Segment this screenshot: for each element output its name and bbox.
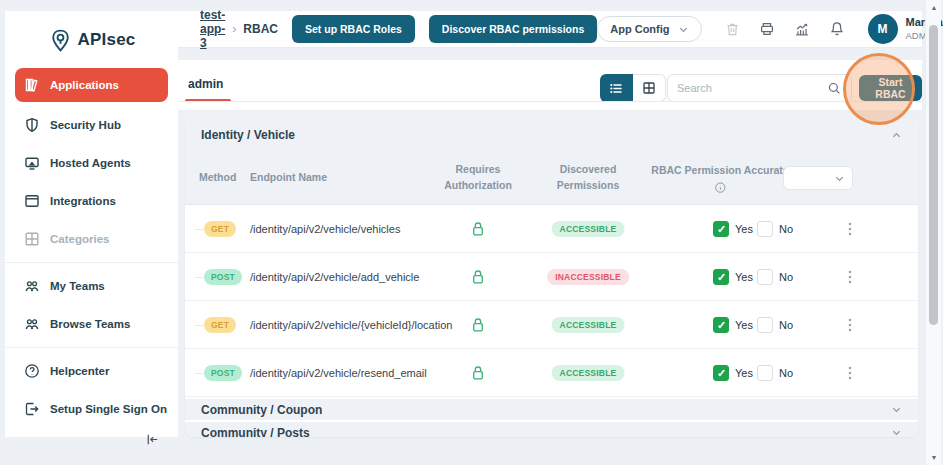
column-endpoint-name: Endpoint Name <box>250 170 327 186</box>
collapsed-sections: Community / CouponCommunity / Posts <box>185 399 918 437</box>
accurate-no-option[interactable]: No <box>757 365 793 381</box>
yes-label: Yes <box>735 319 753 331</box>
section-title: Identity / Vehicle <box>201 128 295 142</box>
kebab-icon[interactable] <box>844 221 857 236</box>
discovered-permission-badge: ACCESSIBLE <box>552 221 625 237</box>
scrollbar[interactable]: ▲ ▼ <box>925 0 941 465</box>
section-header-community-posts[interactable]: Community / Posts <box>185 422 918 437</box>
section-header-identity-vehicle[interactable]: Identity / Vehicle <box>185 118 918 152</box>
grid-view-button[interactable] <box>633 74 666 102</box>
yes-checkbox[interactable] <box>713 221 729 237</box>
bell-icon[interactable] <box>828 20 846 38</box>
logo-shield-icon <box>48 28 73 53</box>
sidebar-item-my-teams[interactable]: My Teams <box>15 271 168 301</box>
yes-checkbox[interactable] <box>713 365 729 381</box>
scrollbar-thumb[interactable] <box>929 25 938 325</box>
sidebar-item-label: Applications <box>50 79 119 91</box>
accurate-no-option[interactable]: No <box>757 221 793 237</box>
accurate-yes-option[interactable]: Yes <box>713 221 753 237</box>
no-checkbox[interactable] <box>757 317 773 333</box>
chevron-down-icon[interactable] <box>891 404 902 415</box>
kebab-icon[interactable] <box>844 269 857 284</box>
analytics-icon[interactable] <box>793 20 811 38</box>
no-label: No <box>779 223 793 235</box>
no-label: No <box>779 319 793 331</box>
security-hub-icon <box>24 117 40 133</box>
sidebar-item-label: Integrations <box>50 195 116 207</box>
endpoint-name: /identity/api/v2/vehicle/add_vehicle <box>250 271 419 283</box>
chevron-down-icon <box>678 24 689 35</box>
sidebar-item-helpcenter[interactable]: Helpcenter <box>15 356 168 386</box>
tab-admin[interactable]: admin <box>188 77 223 91</box>
sidebar-item-setup-single-sign-on[interactable]: Setup Single Sign On <box>15 394 168 424</box>
yes-label: Yes <box>735 223 753 235</box>
search-icon <box>827 81 842 96</box>
kebab-icon[interactable] <box>844 317 857 332</box>
setup-rbac-roles-button[interactable]: Set up RBAC Roles <box>292 15 415 43</box>
collapse-sidebar-icon[interactable] <box>145 432 160 447</box>
printer-icon[interactable] <box>758 20 776 38</box>
app-config-dropdown[interactable]: App Config <box>597 16 701 42</box>
accurate-yes-option[interactable]: Yes <box>713 317 753 333</box>
hosted-agents-icon <box>24 155 40 171</box>
sidebar-item-hosted-agents[interactable]: Hosted Agents <box>15 148 168 178</box>
accurate-yes-option[interactable]: Yes <box>713 269 753 285</box>
yes-checkbox[interactable] <box>713 269 729 285</box>
sidebar-item-label: Hosted Agents <box>50 157 131 169</box>
integrations-icon <box>24 193 40 209</box>
no-checkbox[interactable] <box>757 221 773 237</box>
breadcrumb-app-link[interactable]: test-app-3 <box>200 8 225 50</box>
yes-label: Yes <box>735 367 753 379</box>
column-rbac-permission-accurate: RBAC Permission Accurate <box>651 163 788 194</box>
brand-name: APIsec <box>78 30 136 50</box>
rbac-table-card: Identity / Vehicle Method Endpoint Name … <box>185 118 918 437</box>
sidebar-item-security-hub[interactable]: Security Hub <box>15 110 168 140</box>
trash-icon[interactable] <box>724 21 741 38</box>
sidebar-item-label: My Teams <box>50 280 105 292</box>
accurate-no-option[interactable]: No <box>757 317 793 333</box>
grid-view-icon <box>641 80 657 96</box>
info-icon <box>714 181 726 193</box>
table-row: GET/identity/api/v2/vehicle/vehiclesACCE… <box>185 205 918 253</box>
search-input[interactable] <box>677 82 827 94</box>
no-checkbox[interactable] <box>757 269 773 285</box>
setup-sso-icon <box>24 401 40 417</box>
discovered-permission-badge: INACCESSIBLE <box>547 269 629 285</box>
chevron-down-icon[interactable] <box>891 427 902 437</box>
toolbar: admin Start RBAC <box>178 60 922 110</box>
active-tab-indicator <box>185 99 231 102</box>
accurate-yes-option[interactable]: Yes <box>713 365 753 381</box>
accuracy-filter-select[interactable] <box>783 166 853 190</box>
avatar[interactable]: M <box>868 14 898 44</box>
method-badge: POST <box>204 365 242 381</box>
breadcrumb-page: RBAC <box>243 22 278 36</box>
scroll-up-arrow[interactable]: ▲ <box>926 4 942 11</box>
table-row: POST/identity/api/v2/vehicle/resend_emai… <box>185 349 918 397</box>
scroll-down-arrow[interactable]: ▼ <box>926 454 942 461</box>
sidebar-item-applications[interactable]: Applications <box>15 68 168 102</box>
accurate-no-option[interactable]: No <box>757 269 793 285</box>
no-checkbox[interactable] <box>757 365 773 381</box>
discover-rbac-permissions-button[interactable]: Discover RBAC permissions <box>429 15 597 43</box>
table-row: GET/identity/api/v2/vehicle/{vehicleId}/… <box>185 301 918 349</box>
list-view-button[interactable] <box>600 74 633 102</box>
start-rbac-button[interactable]: Start RBAC <box>859 75 922 101</box>
kebab-icon[interactable] <box>844 365 857 380</box>
endpoint-name: /identity/api/v2/vehicle/resend_email <box>250 367 427 379</box>
discovered-permission-badge: ACCESSIBLE <box>552 317 625 333</box>
brand-logo[interactable]: APIsec <box>5 11 178 56</box>
section-header-community-coupon[interactable]: Community / Coupon <box>185 399 918 420</box>
breadcrumb-separator: › <box>232 22 236 36</box>
sidebar-item-label: Setup Single Sign On <box>50 403 167 415</box>
nav-divider <box>5 262 178 263</box>
chevron-up-icon[interactable] <box>891 130 902 141</box>
no-label: No <box>779 367 793 379</box>
sidebar-item-label: Browse Teams <box>50 318 130 330</box>
no-label: No <box>779 271 793 283</box>
sidebar-item-browse-teams[interactable]: Browse Teams <box>15 309 168 339</box>
sidebar-item-categories[interactable]: Categories <box>15 224 168 254</box>
yes-checkbox[interactable] <box>713 317 729 333</box>
sidebar-item-integrations[interactable]: Integrations <box>15 186 168 216</box>
browse-teams-icon <box>24 316 40 332</box>
nav-divider <box>5 347 178 348</box>
